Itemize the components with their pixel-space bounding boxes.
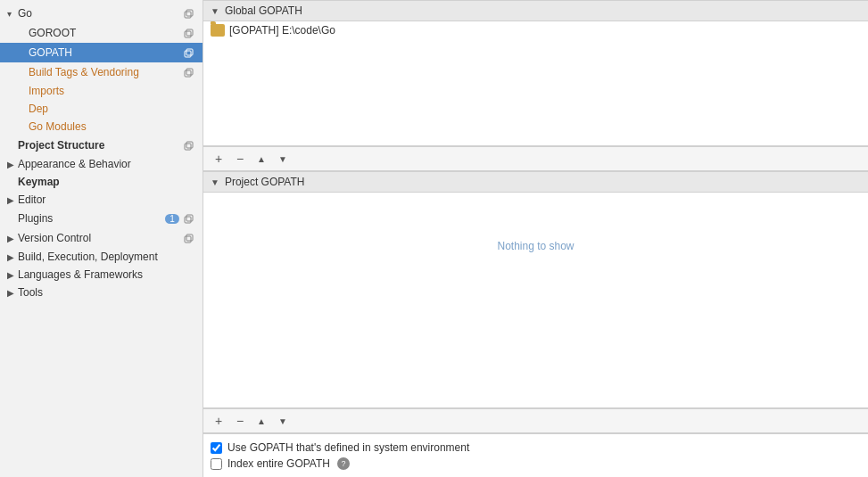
project-up-button[interactable]: ▲ bbox=[252, 412, 271, 430]
svg-rect-2 bbox=[185, 31, 191, 37]
svg-rect-11 bbox=[186, 215, 193, 221]
global-path-list: [GOPATH] E:\code\Go bbox=[203, 21, 868, 146]
copy-icon-goroot[interactable] bbox=[181, 26, 195, 40]
project-gopath-section: ▼ Project GOPATH Nothing to show + − ▲ ▼… bbox=[203, 171, 868, 477]
bottom-options: Use GOPATH that's defined in system envi… bbox=[203, 433, 868, 477]
copy-icon-build-tags[interactable] bbox=[181, 65, 195, 79]
project-down-button[interactable]: ▼ bbox=[273, 412, 293, 430]
project-path-list: Nothing to show bbox=[203, 193, 868, 408]
global-down-button[interactable]: ▼ bbox=[273, 150, 293, 168]
sidebar-item-gopath[interactable]: GOPATH bbox=[0, 43, 203, 62]
copy-icon-gopath[interactable] bbox=[181, 45, 195, 60]
copy-icon-plugins[interactable] bbox=[181, 211, 195, 226]
svg-rect-4 bbox=[185, 51, 191, 57]
sidebar-item-languages-frameworks[interactable]: ▶Languages & Frameworks bbox=[0, 266, 203, 284]
global-path-item[interactable]: [GOPATH] E:\code\Go bbox=[203, 21, 868, 39]
svg-rect-1 bbox=[186, 10, 193, 16]
sidebar: ▾GoGOROOTGOPATHBuild Tags & VendoringImp… bbox=[0, 0, 203, 477]
sidebar-label-languages-frameworks: Languages & Frameworks bbox=[18, 268, 195, 281]
global-path-label: [GOPATH] E:\code\Go bbox=[229, 24, 335, 37]
sidebar-label-tools: Tools bbox=[18, 286, 195, 299]
sidebar-item-editor[interactable]: ▶Editor bbox=[0, 191, 203, 209]
sidebar-arrow-editor: ▶ bbox=[7, 195, 18, 205]
index-entire-gopath-checkbox[interactable] bbox=[211, 458, 222, 470]
project-gopath-title: Project GOPATH bbox=[225, 176, 305, 188]
global-add-button[interactable]: + bbox=[209, 150, 228, 168]
project-toolbar: + − ▲ ▼ bbox=[203, 408, 868, 433]
global-up-button[interactable]: ▲ bbox=[252, 150, 271, 168]
nothing-to-show-label: Nothing to show bbox=[203, 193, 868, 300]
global-gopath-title: Global GOPATH bbox=[225, 4, 302, 17]
index-entire-gopath-label[interactable]: Index entire GOPATH bbox=[227, 457, 330, 470]
svg-rect-8 bbox=[185, 144, 191, 150]
project-gopath-collapse-arrow[interactable]: ▼ bbox=[211, 177, 219, 187]
project-add-button[interactable]: + bbox=[209, 412, 228, 430]
sidebar-arrow-version-control: ▶ bbox=[7, 234, 18, 243]
sidebar-item-dep[interactable]: Dep bbox=[0, 100, 203, 118]
svg-rect-0 bbox=[185, 12, 191, 18]
sidebar-item-go[interactable]: ▾Go bbox=[0, 4, 203, 23]
sidebar-item-keymap[interactable]: Keymap bbox=[0, 173, 203, 191]
project-gopath-title-bar[interactable]: ▼ Project GOPATH bbox=[203, 171, 868, 193]
sidebar-label-keymap: Keymap bbox=[18, 176, 195, 188]
copy-icon-version-control[interactable] bbox=[181, 231, 195, 245]
svg-rect-5 bbox=[186, 49, 193, 55]
sidebar-label-go-modules: Go Modules bbox=[29, 120, 195, 133]
global-gopath-collapse-arrow[interactable]: ▼ bbox=[211, 6, 219, 16]
copy-icon-go[interactable] bbox=[181, 6, 195, 21]
sidebar-label-version-control: Version Control bbox=[18, 232, 181, 244]
sidebar-label-build-exec-deploy: Build, Execution, Deployment bbox=[18, 251, 195, 263]
sidebar-item-build-exec-deploy[interactable]: ▶Build, Execution, Deployment bbox=[0, 248, 203, 266]
sidebar-arrow-appearance-behavior: ▶ bbox=[7, 160, 18, 169]
index-entire-gopath-row: Index entire GOPATH ? bbox=[211, 456, 861, 472]
sidebar-badge-plugins: 1 bbox=[165, 214, 179, 224]
sidebar-label-project-structure: Project Structure bbox=[18, 139, 181, 152]
sidebar-item-plugins[interactable]: Plugins1 bbox=[0, 209, 203, 228]
project-remove-button[interactable]: − bbox=[230, 412, 250, 430]
sidebar-label-appearance-behavior: Appearance & Behavior bbox=[18, 158, 195, 170]
sidebar-arrow-build-exec-deploy: ▶ bbox=[7, 252, 18, 262]
question-mark-icon[interactable]: ? bbox=[337, 457, 350, 470]
sidebar-item-build-tags[interactable]: Build Tags & Vendoring bbox=[0, 62, 203, 82]
sidebar-label-goroot: GOROOT bbox=[29, 27, 181, 39]
global-gopath-section: ▼ Global GOPATH [GOPATH] E:\code\Go + − … bbox=[203, 0, 868, 171]
sidebar-arrow-tools: ▶ bbox=[7, 288, 18, 298]
global-remove-button[interactable]: − bbox=[230, 150, 250, 168]
copy-icon-project-structure[interactable] bbox=[181, 138, 195, 152]
sidebar-item-appearance-behavior[interactable]: ▶Appearance & Behavior bbox=[0, 155, 203, 173]
svg-rect-12 bbox=[185, 236, 191, 243]
sidebar-label-editor: Editor bbox=[18, 193, 195, 206]
svg-rect-9 bbox=[186, 142, 193, 148]
sidebar-arrow-go: ▾ bbox=[7, 9, 18, 19]
sidebar-label-go: Go bbox=[18, 7, 181, 20]
sidebar-item-imports[interactable]: Imports bbox=[0, 82, 203, 100]
svg-rect-6 bbox=[185, 70, 191, 77]
use-system-gopath-label[interactable]: Use GOPATH that's defined in system envi… bbox=[227, 441, 469, 454]
sidebar-item-goroot[interactable]: GOROOT bbox=[0, 23, 203, 43]
sidebar-label-plugins: Plugins bbox=[18, 212, 165, 225]
sidebar-arrow-languages-frameworks: ▶ bbox=[7, 270, 18, 280]
main-content: ▼ Global GOPATH [GOPATH] E:\code\Go + − … bbox=[203, 0, 868, 477]
sidebar-label-imports: Imports bbox=[29, 85, 195, 97]
sidebar-label-build-tags: Build Tags & Vendoring bbox=[29, 66, 181, 78]
sidebar-item-go-modules[interactable]: Go Modules bbox=[0, 118, 203, 136]
svg-rect-3 bbox=[186, 29, 193, 36]
svg-rect-10 bbox=[185, 217, 191, 223]
sidebar-label-dep: Dep bbox=[29, 103, 195, 115]
sidebar-label-gopath: GOPATH bbox=[29, 46, 181, 59]
svg-rect-7 bbox=[186, 69, 193, 75]
folder-icon bbox=[211, 24, 225, 37]
use-system-gopath-checkbox[interactable] bbox=[211, 442, 222, 454]
global-toolbar: + − ▲ ▼ bbox=[203, 146, 868, 171]
sidebar-item-project-structure[interactable]: Project Structure bbox=[0, 136, 203, 155]
global-gopath-title-bar[interactable]: ▼ Global GOPATH bbox=[203, 0, 868, 21]
svg-rect-13 bbox=[186, 234, 193, 241]
use-system-gopath-row: Use GOPATH that's defined in system envi… bbox=[211, 440, 861, 456]
sidebar-item-tools[interactable]: ▶Tools bbox=[0, 284, 203, 301]
sidebar-item-version-control[interactable]: ▶Version Control bbox=[0, 228, 203, 248]
